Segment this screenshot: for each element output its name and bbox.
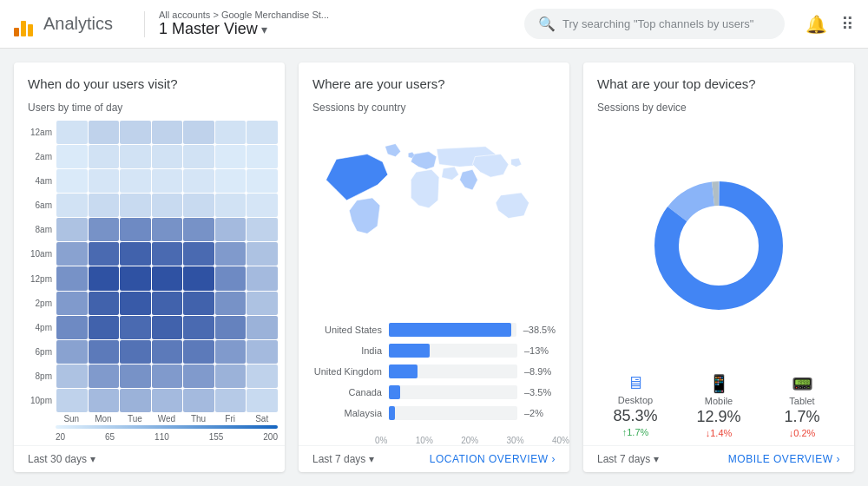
heatmap-cell xyxy=(89,340,120,364)
heatmap-cell xyxy=(183,242,214,266)
desktop-icon: 🖥 xyxy=(627,373,644,393)
card2-subtitle: Sessions by country xyxy=(299,98,569,121)
heatmap-cell xyxy=(215,218,247,241)
heatmap-cell xyxy=(247,121,278,144)
search-bar[interactable]: 🔍 Try searching "Top channels by users" xyxy=(524,9,785,39)
time-label-1: 2am xyxy=(21,145,56,168)
heatmap-cell xyxy=(183,194,214,217)
time-label-3: 6am xyxy=(21,194,56,217)
heatmap-cell xyxy=(56,218,88,241)
bar-axis: 0% 10% 20% 30% 40% xyxy=(299,436,569,445)
heatmap-cell xyxy=(152,266,183,290)
card1-chevron-icon: ▾ xyxy=(90,453,95,465)
breadcrumb-area: All accounts > Google Merchandise St... … xyxy=(159,10,329,38)
scale-200: 200 xyxy=(263,432,278,442)
heatmap-cell xyxy=(215,194,247,217)
search-icon: 🔍 xyxy=(538,16,556,32)
heatmap-cell xyxy=(56,145,88,168)
day-sat: Sat xyxy=(246,414,278,424)
card-when-visit: When do your users visit? Users by time … xyxy=(14,62,285,472)
heatmap-cell xyxy=(247,242,278,266)
heatmap-cell xyxy=(120,266,151,290)
axis-10: 10% xyxy=(416,436,433,445)
bar-fill xyxy=(389,364,418,378)
card1-period-selector[interactable]: Last 30 days ▾ xyxy=(28,453,95,465)
scale-20: 20 xyxy=(56,432,65,442)
device-mobile: 📱 Mobile 12.9% ↓1.4% xyxy=(681,373,757,438)
tablet-icon: 📟 xyxy=(792,373,813,394)
heatmap-cell xyxy=(56,292,88,315)
card2-location-overview-link[interactable]: LOCATION OVERVIEW › xyxy=(430,453,556,465)
heatmap-cell xyxy=(183,340,214,364)
analytics-logo xyxy=(14,12,33,36)
card3-chevron-icon: ▾ xyxy=(654,453,659,465)
heatmap-cell xyxy=(247,292,278,315)
heatmap-cell xyxy=(152,389,183,412)
heatmap-cell xyxy=(152,364,183,388)
heatmap-cell xyxy=(152,145,183,168)
heatmap-cell xyxy=(247,194,278,217)
chevron-down-icon: ▾ xyxy=(261,23,267,36)
heatmap-cell xyxy=(215,389,247,412)
heatmap-cell xyxy=(247,145,278,168)
main-grid: When do your users visit? Users by time … xyxy=(0,49,868,486)
heatmap-cell xyxy=(120,121,151,144)
heatmap-cell xyxy=(89,218,120,241)
bar-row: India–13% xyxy=(312,344,556,358)
card2-period-selector[interactable]: Last 7 days ▾ xyxy=(312,453,374,465)
heatmap-cell xyxy=(56,169,88,193)
bar-background xyxy=(389,364,517,378)
bar-country-label: Canada xyxy=(312,387,382,397)
heatmap-cell xyxy=(183,145,214,168)
heatmap-wrapper: 12am2am4am6am8am10am12pm2pm4pm6pm8pm10pm… xyxy=(14,121,285,445)
bar-country-label: Malaysia xyxy=(312,408,382,418)
time-label-5: 10am xyxy=(21,242,56,266)
desktop-change: ↑1.7% xyxy=(622,427,649,437)
mobile-icon: 📱 xyxy=(708,373,730,394)
heatmap-cell xyxy=(120,145,151,168)
heatmap-cell xyxy=(89,292,120,315)
heatmap-cell xyxy=(183,292,214,315)
scale-labels: 20 65 110 155 200 xyxy=(21,430,278,445)
bar-fill xyxy=(389,323,511,337)
device-stats: 🖥 Desktop 85.3% ↑1.7% 📱 Mobile 12.9% ↓1.… xyxy=(583,370,854,445)
bar-background xyxy=(389,344,517,358)
time-label-4: 8am xyxy=(21,218,56,241)
world-map-svg xyxy=(306,121,562,259)
card2-title: Where are your users? xyxy=(299,62,569,98)
day-fri: Fri xyxy=(214,414,247,424)
heatmap-cell xyxy=(247,218,278,241)
heatmap-cell xyxy=(89,194,120,217)
apps-grid-icon[interactable]: ⠿ xyxy=(841,14,854,35)
heatmap-cell xyxy=(247,340,278,364)
heatmap-cell xyxy=(120,389,151,412)
heatmap-cell xyxy=(89,266,120,290)
heatmap-cell xyxy=(215,340,247,364)
notifications-icon[interactable]: 🔔 xyxy=(806,14,827,35)
day-labels: Sun Mon Tue Wed Thu Fri Sat xyxy=(21,412,278,425)
heatmap-cell xyxy=(89,364,120,388)
bar-percentage: –8.9% xyxy=(524,366,556,377)
time-label-11: 10pm xyxy=(21,389,56,412)
bar-percentage: –13% xyxy=(524,345,556,356)
card1-subtitle: Users by time of day xyxy=(14,98,285,121)
master-view-selector[interactable]: 1 Master View ▾ xyxy=(159,20,329,38)
heatmap-cell xyxy=(56,121,88,144)
card1-title: When do your users visit? xyxy=(14,62,285,98)
mobile-pct: 12.9% xyxy=(696,408,740,426)
heatmap-cell xyxy=(152,121,183,144)
card3-link-label: MOBILE OVERVIEW xyxy=(728,453,833,465)
card2-link-label: LOCATION OVERVIEW xyxy=(430,453,549,465)
tablet-change: ↓0.2% xyxy=(789,428,816,438)
heatmap-cell xyxy=(120,169,151,193)
device-desktop: 🖥 Desktop 85.3% ↑1.7% xyxy=(597,373,674,438)
device-tablet: 📟 Tablet 1.7% ↓0.2% xyxy=(764,373,840,438)
heatmap-cell xyxy=(152,242,183,266)
heatmap-cell xyxy=(120,218,151,241)
time-label-10: 8pm xyxy=(21,364,56,388)
card3-mobile-overview-link[interactable]: MOBILE OVERVIEW › xyxy=(728,453,840,465)
heatmap-cell xyxy=(152,292,183,315)
axis-30: 30% xyxy=(507,436,524,445)
heatmap-cell xyxy=(247,169,278,193)
card3-period-selector[interactable]: Last 7 days ▾ xyxy=(597,453,659,465)
